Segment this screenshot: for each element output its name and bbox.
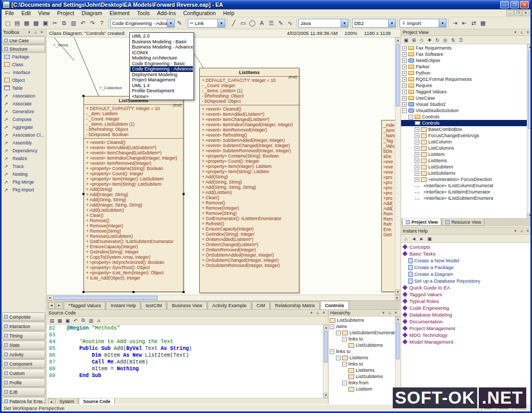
project-tree-item[interactable]: ListItem [401, 151, 527, 157]
ellipse-tool-icon[interactable]: ◯ [248, 18, 257, 28]
hierarchy-tree-item[interactable]: ListSubItems [329, 342, 395, 348]
minimize-button[interactable]: — [500, 1, 509, 8]
refresh-icon[interactable]: ↻ [433, 37, 441, 44]
toolbox-section-bar[interactable]: Activity [2, 350, 45, 359]
toolbox-item[interactable]: Compose [2, 115, 46, 123]
note-tool-icon[interactable]: ☰ [267, 18, 276, 28]
project-tree-item[interactable]: «interface» IListColumnEnumerat [401, 183, 527, 189]
copy-icon[interactable]: ⧉ [79, 317, 87, 324]
link-combo[interactable]: ∞ Link ▼ [188, 19, 225, 28]
tree-expander-icon[interactable] [342, 337, 347, 342]
back-icon[interactable]: ◄ [410, 235, 418, 242]
document-tab[interactable]: Relationship Matrix [270, 301, 320, 309]
dropdown-item[interactable]: Business Modeling - Basic [130, 39, 193, 45]
close-icon[interactable]: ✕ [525, 228, 530, 234]
help-topic-item[interactable]: Create a New Model [401, 257, 527, 264]
toolbox-item[interactable]: Aggregate [2, 123, 46, 131]
project-tree-item[interactable]: «interface» IListItemEnumerator [401, 189, 527, 195]
pin-icon[interactable]: ⊥ [519, 228, 524, 234]
tree-expander-icon[interactable] [402, 102, 407, 107]
tree-expander-icon[interactable] [415, 177, 419, 182]
toolbox-section-bar[interactable]: Custom [2, 369, 45, 378]
tree-expander-icon[interactable] [402, 77, 407, 82]
font-icon[interactable]: A [95, 317, 103, 324]
menu-item[interactable]: Edit [18, 9, 34, 17]
dropdown-item[interactable]: UML 1.4 [130, 83, 193, 89]
print-icon[interactable]: ▣ [41, 18, 50, 28]
generate-code-icon[interactable]: ▦ [478, 18, 488, 28]
scroll-down-icon[interactable]: ▼ [395, 289, 400, 295]
menu-item[interactable]: Tools [134, 9, 154, 17]
help-topic-item[interactable]: Basic Tasks [401, 250, 527, 257]
toolbox-item[interactable]: Association Cl... [2, 131, 46, 139]
project-tree-item[interactable]: «enumeration» FocusDirection [401, 176, 527, 183]
tree-expander-icon[interactable] [415, 159, 419, 163]
menu-item[interactable]: Diagram [78, 9, 106, 17]
synchronize-icon[interactable]: ⇄ [469, 18, 478, 28]
chevron-down-icon[interactable]: ▾ [381, 310, 386, 315]
dropdown-item[interactable]: UML 2.0 [130, 33, 193, 39]
project-tree-item[interactable]: RQ01:Formal Requirments [401, 76, 527, 82]
tree-expander-icon[interactable] [342, 362, 347, 367]
tree-expander-icon[interactable] [402, 46, 407, 51]
dropdown-item[interactable]: Code Engineering - Advanced [130, 66, 193, 72]
menu-item[interactable]: Project [54, 9, 78, 17]
class-element-listsubitems[interactable]: ListSubItems (leaf) + DEFAULT_CAPACITY: … [82, 95, 185, 293]
new-model-icon[interactable]: ▣ [402, 37, 410, 44]
paste-icon[interactable]: ▥ [69, 18, 78, 28]
selection-handle[interactable] [82, 95, 84, 97]
mdi-close-icon[interactable]: ✕ [522, 10, 529, 16]
import-combo[interactable]: ⇓ Import ▼ [400, 19, 446, 28]
menu-item[interactable]: View [34, 9, 54, 17]
toolbox-item[interactable]: Interface [2, 68, 46, 76]
close-icon[interactable]: ✕ [321, 310, 327, 315]
close-button[interactable]: ✕ [520, 1, 529, 8]
scroll-left-icon[interactable]: ◄ [47, 295, 52, 300]
print-icon[interactable]: ▣ [64, 317, 71, 324]
project-tree-item[interactable]: BaseComboBox [401, 126, 527, 132]
diagram-horizontal-scrollbar[interactable]: ◄ ► [47, 295, 400, 300]
toolbox-section-bar[interactable]: Component [2, 359, 45, 368]
save-all-icon[interactable]: ▩ [31, 18, 41, 28]
hierarchy-tree-item[interactable]: links from [329, 380, 395, 386]
redo-icon[interactable]: ↷ [88, 18, 97, 28]
project-tree-item[interactable]: ListItems [401, 157, 527, 164]
save-icon[interactable]: ▦ [22, 18, 31, 28]
help-topic-item[interactable]: Project Management [401, 325, 527, 332]
chevron-down-icon[interactable]: ▼ [388, 19, 395, 27]
toolbox-item[interactable]: Assembly [2, 139, 46, 147]
close-icon[interactable]: ✕ [525, 30, 530, 35]
scroll-up-icon[interactable]: ▲ [527, 44, 532, 50]
hierarchy-tree-item[interactable]: links to [329, 361, 395, 367]
tree-expander-icon[interactable] [336, 331, 341, 335]
toolbox-item[interactable]: Object [2, 76, 46, 84]
text-tool-icon[interactable]: A [257, 18, 267, 28]
tree-expander-icon[interactable] [330, 324, 334, 329]
tree-expander-icon[interactable] [415, 146, 419, 151]
project-tree-item[interactable]: VisualStudioSolution [401, 107, 527, 114]
hierarchy-tree-item[interactable]: ListItems [329, 367, 395, 373]
tree-expander-icon[interactable] [415, 165, 419, 169]
project-tree-item[interactable]: Fax Requirments [401, 45, 527, 51]
diagram-canvas[interactable]: +_Items +_Collection ListSubItems (leaf) [47, 38, 395, 295]
scroll-up-icon[interactable]: ▲ [323, 325, 328, 330]
class-box[interactable]: ListSubItems (leaf) + DEFAULT_CAPACITY: … [83, 96, 184, 292]
menu-item[interactable]: Element [106, 9, 134, 17]
chevron-down-icon[interactable]: ▾ [27, 30, 32, 35]
tree-expander-icon[interactable] [402, 83, 407, 88]
toolbox-section-bar[interactable]: Composite [2, 312, 45, 321]
help-topic-item[interactable]: Create a Package [401, 264, 527, 271]
scroll-down-icon[interactable]: ▼ [323, 393, 328, 398]
project-tree-item[interactable]: Fax Software [401, 51, 527, 57]
tree-expander-icon[interactable] [415, 171, 419, 176]
tab-scroll-right-icon[interactable]: ► [56, 302, 63, 309]
collapse-all-icon[interactable]: ⇅ [449, 37, 457, 44]
toolbox-section-bar[interactable]: Timing [2, 331, 45, 340]
dropdown-item[interactable]: ICONIX [130, 50, 193, 56]
tree-expander-icon[interactable] [402, 71, 407, 76]
selection-handle[interactable] [183, 291, 185, 293]
chevron-down-icon[interactable]: ▾ [513, 228, 518, 234]
class-element-clipped[interactable]: _Inde_Item_Nam_Tag_ValubDissDe«eve«eve«e… [381, 120, 395, 292]
new-project-icon[interactable]: ▢ [3, 18, 13, 28]
forward-icon[interactable]: ► [418, 235, 426, 242]
